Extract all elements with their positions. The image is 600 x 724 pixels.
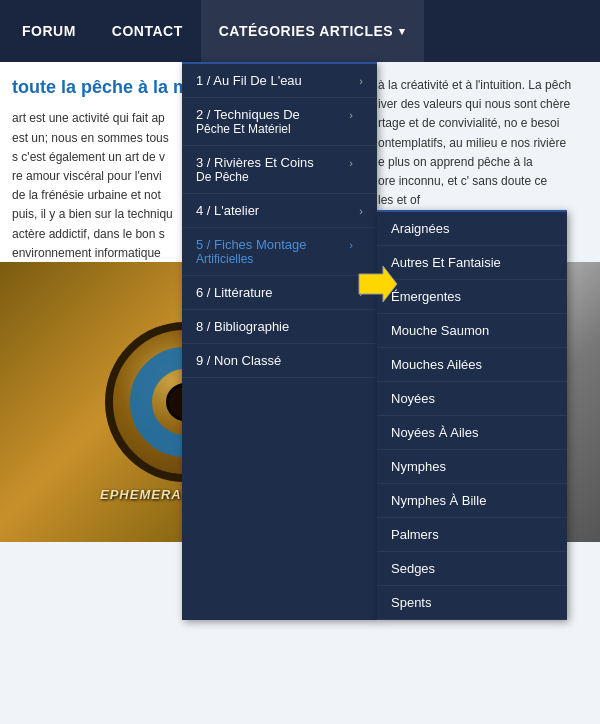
dropdown-sub-item-nymphes[interactable]: Nymphes	[377, 450, 567, 484]
dropdown-sub-item-autres[interactable]: Autres Et Fantaisie	[377, 246, 567, 280]
arrow-right-icon: ›	[359, 205, 363, 217]
nav-categories[interactable]: CATÉGORIES ARTICLES ▾	[201, 0, 424, 62]
dropdown-item-bibliographie[interactable]: 8 / Bibliographie	[182, 310, 377, 344]
dropdown-sub-item-mouches-ailees[interactable]: Mouches Ailées	[377, 348, 567, 382]
dropdown-sub-item-spents[interactable]: Spents	[377, 586, 567, 620]
nav-forum[interactable]: FORUM	[4, 0, 94, 62]
dropdown-sub-item-palmers[interactable]: Palmers	[377, 518, 567, 552]
dropdown-container: 1 / Au Fil De L'eau › 2 / Techniques De …	[182, 62, 567, 620]
spool-label: EPHEMERA	[100, 487, 182, 502]
arrow-right-icon: ›	[359, 75, 363, 87]
dropdown-sub-item-emergentes[interactable]: Émergentes	[377, 280, 567, 314]
arrow-right-icon: ›	[349, 109, 353, 121]
arrow-right-icon: ›	[349, 239, 353, 251]
dropdown-sub-item-noyees-ailes[interactable]: Noyées À Ailes	[377, 416, 567, 450]
dropdown-sub-item-sedges[interactable]: Sedges	[377, 552, 567, 586]
dropdown-main: 1 / Au Fil De L'eau › 2 / Techniques De …	[182, 62, 377, 620]
arrow-right-icon: ›	[359, 287, 363, 299]
dropdown-item-rivieres[interactable]: 3 / Rivières Et Coins › De Pêche	[182, 146, 377, 194]
nav-contact[interactable]: CONTACT	[94, 0, 201, 62]
dropdown-item-au-fil[interactable]: 1 / Au Fil De L'eau ›	[182, 64, 377, 98]
chevron-down-icon: ▾	[399, 25, 406, 38]
arrow-right-icon: ›	[349, 157, 353, 169]
dropdown-item-non-classe[interactable]: 9 / Non Classé	[182, 344, 377, 378]
dropdown-sub-item-noyees[interactable]: Noyées	[377, 382, 567, 416]
dropdown-sub-item-nymphes-bille[interactable]: Nymphes À Bille	[377, 484, 567, 518]
dropdown-item-atelier[interactable]: 4 / L'atelier ›	[182, 194, 377, 228]
dropdown-item-techniques[interactable]: 2 / Techniques De › Pêche Et Matériel	[182, 98, 377, 146]
dropdown-sub: Araignées Autres Et Fantaisie Émergentes…	[377, 210, 567, 620]
dropdown-item-litterature[interactable]: 6 / Littérature ›	[182, 276, 377, 310]
dropdown-sub-item-araignees[interactable]: Araignées	[377, 212, 567, 246]
navbar: FORUM CONTACT CATÉGORIES ARTICLES ▾	[0, 0, 600, 62]
dropdown-sub-item-mouche-saumon[interactable]: Mouche Saumon	[377, 314, 567, 348]
dropdown-item-fiches[interactable]: 5 / Fiches Montage › Artificielles	[182, 228, 377, 276]
